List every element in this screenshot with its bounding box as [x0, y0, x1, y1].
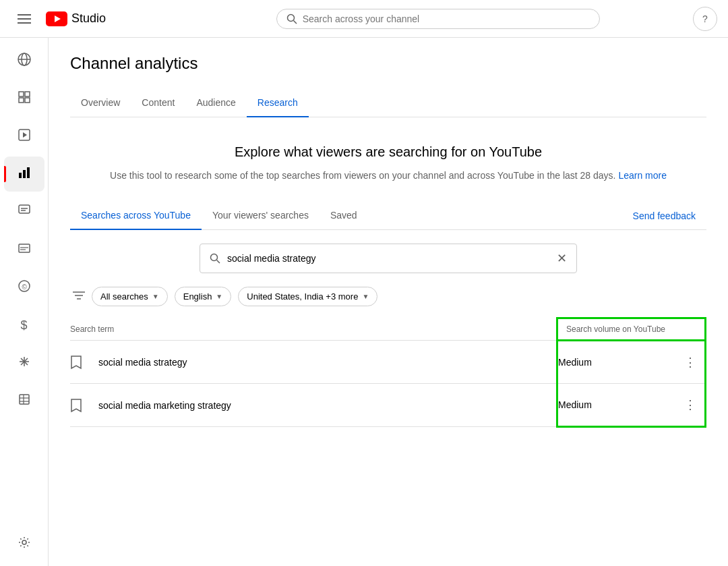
explore-title: Explore what viewers are searching for o…: [70, 144, 706, 160]
svg-rect-19: [19, 205, 30, 213]
svg-text:©: ©: [22, 283, 27, 290]
help-button[interactable]: ?: [693, 7, 717, 31]
svg-line-37: [217, 260, 220, 264]
menu-button[interactable]: [11, 5, 38, 32]
global-search-input[interactable]: [303, 13, 590, 24]
sub-tab-saved[interactable]: Saved: [320, 202, 368, 230]
customise-icon: [18, 355, 31, 372]
global-search-bar[interactable]: [276, 9, 600, 29]
chip-arrow-icon: ▼: [216, 293, 222, 300]
result-term-cell: social media strategy: [70, 341, 557, 384]
sub-tab-viewers-searches[interactable]: Your viewers' searches: [202, 202, 320, 230]
bookmark-icon[interactable]: [70, 355, 82, 370]
tab-content[interactable]: Content: [131, 89, 185, 117]
chip-arrow-icon: ▼: [362, 293, 369, 300]
svg-point-5: [287, 14, 294, 21]
chip-arrow-icon: ▼: [152, 293, 159, 300]
studio-label: Studio: [71, 11, 106, 26]
sidebar: © $: [0, 38, 49, 566]
send-feedback-button[interactable]: Send feedback: [622, 205, 706, 227]
svg-rect-18: [27, 167, 30, 178]
svg-rect-31: [20, 395, 29, 404]
page-layout: © $: [0, 0, 728, 566]
search-clear-button[interactable]: ✕: [557, 251, 567, 266]
search-icon: [286, 13, 297, 24]
results-table: Search term Search volume on YouTube: [70, 317, 706, 428]
svg-point-35: [22, 540, 26, 544]
svg-rect-22: [19, 244, 30, 252]
page-title: Channel analytics: [70, 54, 706, 73]
copyright-icon: ©: [18, 279, 31, 296]
sidebar-item-comments[interactable]: [4, 194, 44, 229]
filter-row: All searches ▼ English ▼ United States, …: [70, 287, 706, 306]
more-options-icon[interactable]: ⋮: [684, 355, 696, 370]
result-term-cell: social media marketing strategy: [70, 384, 557, 427]
table-row: social media strategy Medium ⋮: [70, 341, 706, 384]
svg-rect-0: [18, 14, 31, 16]
svg-rect-13: [25, 98, 30, 103]
table-row: social media marketing strategy Medium ⋮: [70, 384, 706, 427]
subtitles-icon: [18, 242, 31, 258]
monetization-icon: $: [20, 318, 27, 333]
research-section: Explore what viewers are searching for o…: [70, 117, 706, 441]
library-icon: [18, 393, 31, 409]
tab-audience[interactable]: Audience: [185, 89, 246, 117]
comments-icon: [18, 204, 31, 221]
sub-tab-searches-youtube[interactable]: Searches across YouTube: [70, 202, 202, 230]
main-content: Channel analytics Overview Content Audie…: [49, 38, 728, 566]
result-volume-cell: Medium ⋮: [557, 384, 706, 427]
content-icon: [18, 128, 31, 145]
sidebar-item-monetization[interactable]: $: [4, 308, 44, 343]
learn-more-link[interactable]: Learn more: [618, 170, 667, 181]
col-header-term: Search term: [70, 318, 557, 341]
filter-chip-location[interactable]: United States, India +3 more ▼: [238, 287, 377, 306]
svg-line-6: [293, 20, 297, 24]
filter-icon: [73, 291, 85, 302]
sidebar-item-subtitles[interactable]: [4, 232, 44, 267]
settings-icon: [18, 536, 31, 551]
tab-overview[interactable]: Overview: [70, 89, 131, 117]
sub-tabs: Searches across YouTube Your viewers' se…: [70, 202, 706, 230]
svg-point-36: [211, 254, 218, 261]
explore-icon: [17, 52, 32, 70]
svg-marker-15: [23, 132, 27, 138]
svg-rect-17: [23, 170, 26, 178]
main-tabs: Overview Content Audience Research: [70, 89, 706, 117]
bookmark-icon[interactable]: [70, 398, 82, 413]
analytics-icon: [18, 166, 31, 183]
sidebar-item-analytics[interactable]: [4, 157, 44, 192]
tab-research[interactable]: Research: [247, 89, 309, 117]
result-volume-cell: Medium ⋮: [557, 341, 706, 384]
svg-rect-2: [18, 22, 31, 24]
svg-rect-1: [18, 18, 31, 20]
sidebar-settings[interactable]: [4, 526, 44, 561]
sidebar-item-content[interactable]: [4, 119, 44, 154]
active-indicator: [4, 166, 6, 182]
svg-rect-11: [25, 92, 30, 96]
svg-rect-12: [19, 98, 24, 103]
logo-area: Studio: [46, 11, 106, 26]
filter-chip-language[interactable]: English ▼: [175, 287, 232, 306]
col-header-volume: Search volume on YouTube: [557, 318, 706, 341]
more-options-icon[interactable]: ⋮: [684, 397, 696, 412]
sidebar-item-customise[interactable]: [4, 345, 44, 380]
search-input-container: ✕: [70, 244, 706, 273]
svg-rect-16: [19, 173, 22, 178]
explore-desc: Use this tool to research some of the to…: [70, 168, 706, 183]
sidebar-item-copyright[interactable]: ©: [4, 270, 44, 305]
svg-rect-10: [19, 92, 24, 96]
sidebar-item-dashboard[interactable]: [4, 81, 44, 116]
sidebar-item-library[interactable]: [4, 383, 44, 418]
filter-chip-search-type[interactable]: All searches ▼: [92, 287, 168, 306]
sidebar-item-explore[interactable]: [4, 43, 44, 78]
dashboard-icon: [18, 90, 31, 107]
search-term-input[interactable]: [227, 253, 550, 264]
youtube-logo-icon: [46, 11, 67, 26]
search-input-box: ✕: [200, 244, 577, 273]
search-input-icon: [210, 253, 220, 264]
top-nav: Studio ?: [0, 0, 728, 38]
